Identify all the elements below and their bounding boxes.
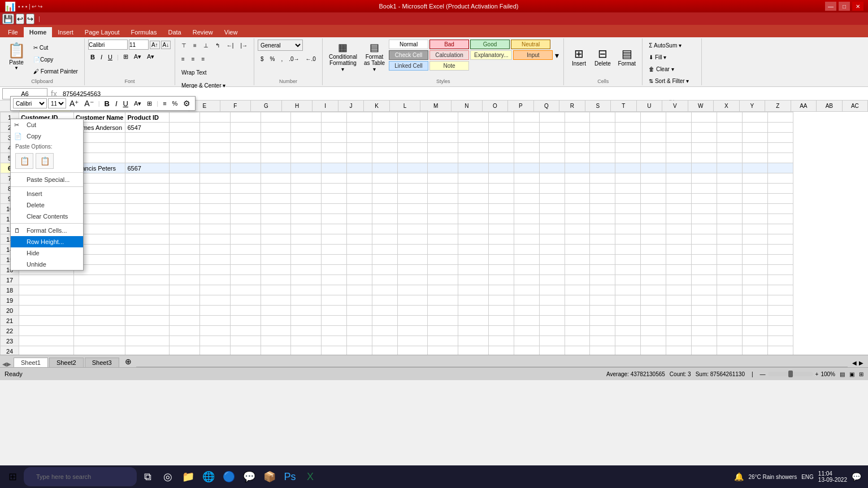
cell[interactable] <box>372 184 397 194</box>
tab-formulas[interactable]: Formulas <box>125 27 163 37</box>
cell[interactable] <box>346 336 372 346</box>
cell[interactable] <box>742 214 767 224</box>
fill-button[interactable]: ⬇ Fill ▾ <box>646 51 669 63</box>
cell[interactable] <box>321 143 346 153</box>
cell[interactable] <box>261 336 291 346</box>
cell[interactable] <box>458 285 489 295</box>
cell[interactable] <box>321 255 346 265</box>
tb-skype[interactable]: 💬 <box>240 467 259 486</box>
cell[interactable] <box>565 143 590 153</box>
tab-page-layout[interactable]: Page Layout <box>79 27 125 37</box>
cell[interactable] <box>230 275 261 285</box>
cell[interactable] <box>291 133 322 143</box>
ctx-clear-contents[interactable]: Clear Contents <box>11 211 83 222</box>
col-header-AB[interactable]: AB <box>817 101 843 111</box>
col-header-Z[interactable]: Z <box>765 101 791 111</box>
cell[interactable] <box>397 336 428 346</box>
tb-task-view[interactable]: ⧉ <box>138 467 157 486</box>
clear-button[interactable]: 🗑 Clear ▾ <box>646 63 676 75</box>
cell[interactable] <box>397 255 428 265</box>
cell[interactable] <box>767 153 793 163</box>
cell[interactable] <box>767 194 793 204</box>
cell[interactable] <box>19 326 74 336</box>
cell[interactable] <box>692 306 717 316</box>
cell[interactable] <box>397 295 428 306</box>
align-top-button[interactable]: ⊤ <box>179 40 189 51</box>
cell[interactable] <box>641 143 666 153</box>
style-input[interactable]: Input <box>513 50 553 60</box>
cell[interactable] <box>230 346 261 355</box>
cell[interactable] <box>666 194 692 204</box>
cell[interactable] <box>767 214 793 224</box>
cell[interactable] <box>717 295 743 306</box>
cell[interactable] <box>291 214 322 224</box>
cell[interactable] <box>321 163 346 173</box>
cell[interactable] <box>230 316 261 326</box>
cell[interactable] <box>372 346 397 355</box>
cell[interactable] <box>514 153 539 163</box>
cell[interactable] <box>458 204 489 214</box>
cell[interactable] <box>488 194 514 204</box>
cell[interactable] <box>397 153 428 163</box>
row-number-17[interactable]: 17 <box>1 275 19 285</box>
cell[interactable] <box>514 173 539 184</box>
cell[interactable] <box>291 173 322 184</box>
cell[interactable] <box>488 326 514 336</box>
cell[interactable] <box>397 346 428 355</box>
style-explanatory[interactable]: Explanatory... <box>470 50 512 60</box>
cell[interactable] <box>590 153 615 163</box>
cell[interactable] <box>615 153 641 163</box>
col-header-I[interactable]: I <box>313 101 338 111</box>
cell[interactable] <box>291 194 322 204</box>
cell[interactable] <box>615 265 641 275</box>
cell[interactable] <box>291 295 322 306</box>
cell[interactable] <box>261 234 291 245</box>
cell[interactable] <box>428 346 458 355</box>
col-header-Q[interactable]: Q <box>534 101 560 111</box>
cell[interactable] <box>346 306 372 316</box>
cell[interactable] <box>565 265 590 275</box>
cell[interactable] <box>488 184 514 194</box>
notification-center-icon[interactable]: 💬 <box>852 472 861 481</box>
cell[interactable] <box>565 173 590 184</box>
cell[interactable] <box>346 123 372 133</box>
cell[interactable] <box>19 285 74 295</box>
cell[interactable] <box>641 336 666 346</box>
cell[interactable] <box>125 194 170 204</box>
cell[interactable] <box>397 285 428 295</box>
cell[interactable] <box>692 184 717 194</box>
cell[interactable] <box>397 133 428 143</box>
cell[interactable] <box>666 316 692 326</box>
indent-increase-button[interactable]: |→ <box>237 40 250 51</box>
cell[interactable] <box>321 265 346 275</box>
style-neutral[interactable]: Neutral <box>511 40 550 49</box>
maximize-button[interactable]: □ <box>839 2 850 11</box>
cell[interactable] <box>488 234 514 245</box>
cell[interactable] <box>666 346 692 355</box>
cell[interactable] <box>170 336 200 346</box>
cell[interactable] <box>200 336 231 346</box>
cell[interactable] <box>514 336 539 346</box>
col-header-W[interactable]: W <box>688 101 714 111</box>
cell[interactable] <box>458 143 489 153</box>
cell[interactable] <box>372 306 397 316</box>
cell[interactable] <box>74 295 125 306</box>
cell[interactable] <box>230 224 261 234</box>
ctx-hide[interactable]: Hide <box>11 247 83 259</box>
style-good[interactable]: Good <box>470 40 510 49</box>
cell[interactable] <box>321 326 346 336</box>
cell[interactable] <box>19 316 74 326</box>
cell[interactable] <box>767 123 793 133</box>
sheet-tab-1[interactable]: Sheet1 <box>14 358 48 367</box>
cell[interactable] <box>514 285 539 295</box>
cell[interactable] <box>346 255 372 265</box>
cell[interactable] <box>346 133 372 143</box>
cell[interactable] <box>641 306 666 316</box>
cell[interactable] <box>397 163 428 173</box>
cell[interactable] <box>717 204 743 214</box>
cell[interactable] <box>346 346 372 355</box>
cell[interactable] <box>666 143 692 153</box>
style-note[interactable]: Note <box>429 61 469 71</box>
cell[interactable] <box>291 112 322 123</box>
cell[interactable] <box>717 173 743 184</box>
